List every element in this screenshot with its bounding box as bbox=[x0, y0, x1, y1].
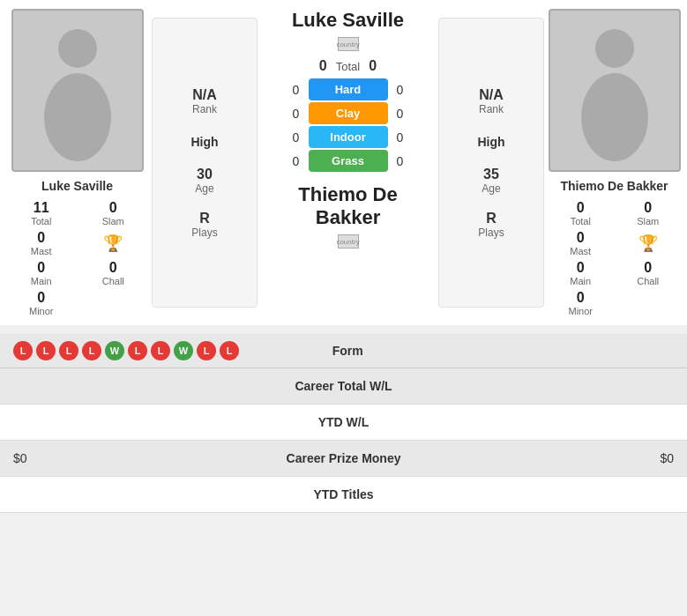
left-high-block: High bbox=[190, 131, 218, 151]
left-chall-label: Chall bbox=[81, 276, 146, 286]
right-minor-cell: 0 Minor bbox=[550, 290, 611, 316]
right-rank-block: N/A Rank bbox=[479, 87, 504, 115]
right-player-stats: 0 Total 0 Slam 0 Mast 🏆 0 Main bbox=[546, 200, 683, 316]
court-row-indoor: 0 Indoor 0 bbox=[259, 126, 437, 148]
prize-money-right: $0 bbox=[453, 451, 674, 465]
left-age-label: Age bbox=[195, 182, 213, 195]
right-minor-value: 0 bbox=[550, 290, 611, 306]
prize-money-row: $0 Career Prize Money $0 bbox=[0, 441, 687, 477]
svg-point-3 bbox=[581, 73, 648, 161]
right-player-name-line1: Thiemo De bbox=[298, 183, 397, 205]
right-rank-value: N/A bbox=[479, 87, 504, 103]
right-total-label: Total bbox=[550, 216, 611, 226]
form-badges-left: L L L L W L L W L L bbox=[13, 341, 239, 360]
right-chall-cell: 0 Chall bbox=[618, 260, 679, 286]
indoor-right-score: 0 bbox=[388, 130, 413, 145]
form-badge-4: L bbox=[82, 341, 101, 360]
left-high-label: High bbox=[190, 135, 218, 149]
ytd-titles-label: YTD Titles bbox=[234, 487, 454, 501]
left-player-avatar bbox=[11, 9, 144, 172]
left-rank-label: Rank bbox=[192, 103, 217, 115]
form-badge-3: L bbox=[59, 341, 78, 360]
form-badge-7: L bbox=[151, 341, 170, 360]
left-minor-value: 0 bbox=[9, 290, 74, 306]
left-slam-cell: 0 Slam bbox=[81, 200, 146, 226]
left-main-cell: 0 Main bbox=[9, 260, 74, 286]
left-age-block: 30 Age bbox=[195, 167, 213, 195]
left-slam-label: Slam bbox=[81, 216, 146, 226]
comparison-section: Luke Saville 11 Total 0 Slam 0 Mast 🏆 bbox=[0, 0, 687, 325]
left-chall-cell: 0 Chall bbox=[81, 260, 146, 286]
clay-left-score: 0 bbox=[284, 107, 309, 121]
left-trophy-cell: 🏆 bbox=[81, 230, 146, 256]
grass-left-score: 0 bbox=[284, 154, 309, 168]
indoor-left-score: 0 bbox=[284, 130, 309, 145]
right-age-label: Age bbox=[482, 182, 500, 195]
ytd-titles-row: YTD Titles bbox=[0, 477, 687, 513]
left-player-column: Luke Saville 11 Total 0 Slam 0 Mast 🏆 bbox=[4, 9, 150, 316]
right-plays-block: R Plays bbox=[478, 211, 504, 239]
right-player-name: Thiemo De Bakker bbox=[560, 179, 668, 193]
ytd-wl-row: YTD W/L bbox=[0, 404, 687, 441]
form-badge-8: W bbox=[174, 341, 193, 360]
right-main-cell: 0 Main bbox=[550, 260, 611, 286]
form-badge-5: W bbox=[105, 341, 124, 360]
left-mast-cell: 0 Mast bbox=[9, 230, 74, 256]
right-mast-label: Mast bbox=[550, 246, 611, 256]
right-slam-label: Slam bbox=[618, 216, 679, 226]
total-row: 0 Total 0 bbox=[319, 58, 377, 74]
right-main-label: Main bbox=[550, 276, 611, 286]
left-stats-panel: N/A Rank High 30 Age R Plays bbox=[152, 18, 258, 308]
form-row: L L L L W L L W L L Form bbox=[0, 334, 687, 368]
right-avatar-silhouette bbox=[571, 20, 659, 161]
right-plays-value: R bbox=[486, 211, 497, 226]
career-total-row: Career Total W/L bbox=[0, 368, 687, 404]
left-minor-label: Minor bbox=[9, 306, 74, 316]
left-total-value: 11 bbox=[9, 200, 74, 216]
form-badge-2: L bbox=[36, 341, 56, 360]
form-label: Form bbox=[239, 344, 457, 358]
left-avatar-silhouette bbox=[34, 20, 122, 161]
court-rows: 0 Hard 0 0 Clay 0 0 Indoor 0 0 Grass bbox=[259, 78, 437, 174]
total-left-score: 0 bbox=[319, 58, 327, 74]
left-plays-value: R bbox=[199, 211, 210, 226]
right-country: country bbox=[338, 234, 359, 249]
bottom-section: L L L L W L L W L L Form Career Total W/… bbox=[0, 334, 687, 513]
left-player-name: Luke Saville bbox=[41, 179, 113, 193]
grass-right-score: 0 bbox=[388, 154, 413, 168]
left-main-value: 0 bbox=[9, 260, 74, 276]
right-main-value: 0 bbox=[550, 260, 611, 276]
left-total-label: Total bbox=[9, 216, 74, 226]
center-column: Luke Saville country 0 Total 0 0 Hard 0 … bbox=[259, 9, 437, 316]
court-row-grass: 0 Grass 0 bbox=[259, 150, 437, 172]
right-trophy-icon: 🏆 bbox=[638, 234, 658, 253]
right-slam-value: 0 bbox=[618, 200, 679, 216]
grass-badge: Grass bbox=[309, 150, 388, 172]
ytd-wl-label: YTD W/L bbox=[234, 415, 454, 429]
right-age-block: 35 Age bbox=[482, 167, 500, 195]
right-player-name-line2: Bakker bbox=[316, 206, 380, 228]
left-player-stats: 11 Total 0 Slam 0 Mast 🏆 0 Main bbox=[4, 200, 150, 316]
indoor-badge: Indoor bbox=[309, 126, 388, 148]
svg-point-1 bbox=[44, 73, 111, 161]
right-total-cell: 0 Total bbox=[550, 200, 611, 226]
left-country: country bbox=[338, 37, 359, 51]
right-stats-panel: N/A Rank High 35 Age R Plays bbox=[438, 18, 544, 308]
left-slam-value: 0 bbox=[81, 200, 146, 216]
right-player-column: Thiemo De Bakker 0 Total 0 Slam 0 Mast 🏆 bbox=[546, 9, 683, 316]
left-age-value: 30 bbox=[197, 167, 213, 182]
hard-right-score: 0 bbox=[388, 83, 413, 97]
right-mast-cell: 0 Mast bbox=[550, 230, 611, 256]
left-trophy-icon: 🏆 bbox=[103, 234, 123, 253]
right-high-block: High bbox=[477, 131, 504, 151]
right-chall-value: 0 bbox=[618, 260, 679, 276]
right-slam-cell: 0 Slam bbox=[618, 200, 679, 226]
left-main-label: Main bbox=[9, 276, 74, 286]
left-plays-block: R Plays bbox=[191, 211, 217, 239]
right-player-avatar bbox=[549, 9, 681, 172]
total-right-score: 0 bbox=[369, 58, 377, 74]
left-plays-label: Plays bbox=[191, 226, 217, 239]
left-total-cell: 11 Total bbox=[9, 200, 74, 226]
prize-money-left: $0 bbox=[13, 451, 234, 465]
hard-left-score: 0 bbox=[284, 83, 309, 97]
